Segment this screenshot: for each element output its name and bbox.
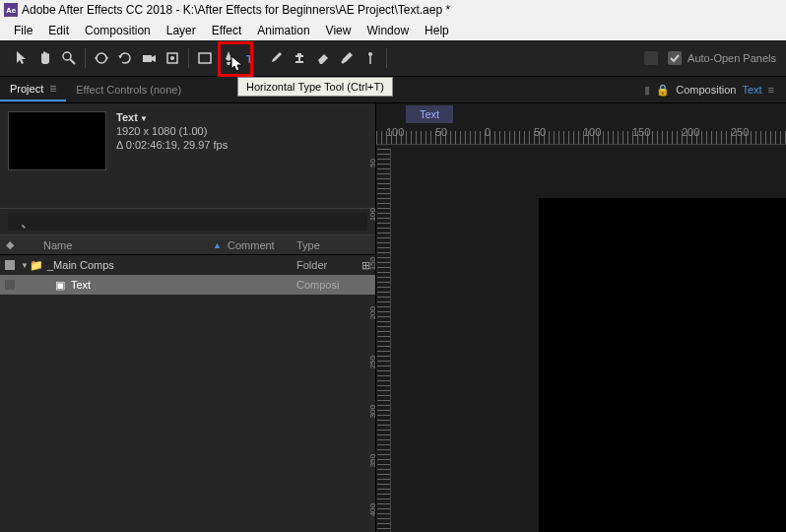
ruler-tick: 100	[583, 126, 601, 138]
composition-label: Composition	[676, 84, 736, 96]
item-name: _Main Comps	[47, 259, 228, 271]
twisty-icon[interactable]: ▼	[20, 261, 30, 270]
composition-canvas[interactable]	[539, 198, 786, 532]
project-panel: Text 1920 x 1080 (1.00) Δ 0:02:46:19, 29…	[0, 103, 376, 532]
vertical-ruler: 50100150200250300350400	[376, 149, 391, 532]
project-tab-label: Project	[10, 83, 43, 95]
comp-info: Text 1920 x 1080 (1.00) Δ 0:02:46:19, 29…	[0, 103, 375, 178]
ruler-tick: 350	[368, 454, 377, 467]
panel-menu-icon[interactable]: ≡	[49, 82, 56, 96]
ruler-tick: 200	[682, 126, 699, 138]
svg-point-9	[368, 52, 372, 56]
search-row	[0, 208, 375, 235]
comp-thumbnail[interactable]	[8, 111, 106, 170]
cursor-icon	[230, 55, 244, 75]
ruler-tick: 200	[368, 306, 377, 319]
ruler-tick: 100	[386, 126, 404, 138]
item-name: Text	[71, 279, 228, 291]
menu-composition[interactable]: Composition	[77, 24, 159, 37]
svg-rect-3	[143, 55, 152, 62]
hand-tool[interactable]	[34, 47, 56, 69]
rotation-tool[interactable]	[114, 47, 136, 69]
viewer-tab[interactable]: Text	[406, 105, 453, 123]
ruler-tick: 100	[368, 208, 377, 221]
horizontal-ruler: 10050050100150200250	[376, 127, 786, 145]
orbit-tool[interactable]	[91, 47, 112, 69]
comp-duration: Δ 0:02:46:19, 29.97 fps	[116, 139, 228, 151]
ruler-tick: 250	[368, 356, 377, 368]
selection-tool[interactable]	[11, 47, 33, 69]
ruler-tick: 50	[368, 159, 377, 167]
label-column-icon[interactable]: ◆	[0, 238, 20, 251]
type-column-header[interactable]: Type	[296, 239, 356, 251]
comp-icon: ▣	[53, 279, 67, 292]
comment-column-header[interactable]: Comment	[228, 239, 296, 251]
menu-view[interactable]: View	[318, 24, 360, 37]
svg-point-0	[63, 52, 71, 60]
project-columns-header: ◆ Name ▲ Comment Type	[0, 235, 375, 255]
composition-link[interactable]: Text	[742, 84, 761, 96]
search-input[interactable]	[8, 213, 367, 231]
svg-line-1	[70, 59, 75, 64]
comp-name[interactable]: Text	[116, 111, 228, 123]
camera-tool[interactable]	[138, 47, 160, 69]
ruler-tick: 50	[534, 126, 546, 138]
ruler-tick: 0	[485, 126, 491, 138]
brush-tool[interactable]	[265, 47, 287, 69]
item-type: Composi	[296, 279, 356, 291]
eraser-tool[interactable]	[312, 47, 334, 69]
svg-point-5	[170, 56, 174, 60]
panel-tabs-row: Project ≡ Effect Controls (none) ▮ 🔒 Com…	[0, 77, 786, 103]
titlebar: Ae Adobe After Effects CC 2018 - K:\Afte…	[0, 0, 786, 20]
name-column-header[interactable]: Name ▲	[39, 239, 228, 251]
toolbar: T Auto-Open Panels	[0, 40, 786, 77]
comp-dimensions: 1920 x 1080 (1.00)	[116, 125, 228, 137]
auto-open-label: Auto-Open Panels	[688, 52, 776, 64]
search-icon	[8, 213, 367, 231]
titlebar-text: Adobe After Effects CC 2018 - K:\After E…	[22, 3, 450, 17]
item-type: Folder	[296, 259, 356, 271]
folder-icon: 📁	[30, 259, 43, 272]
menu-edit[interactable]: Edit	[40, 24, 77, 37]
menubar: File Edit Composition Layer Effect Anima…	[0, 20, 786, 40]
canvas-area[interactable]	[391, 149, 786, 532]
ruler-tick: 250	[731, 126, 749, 138]
pan-behind-tool[interactable]	[162, 47, 183, 69]
menu-file[interactable]: File	[6, 24, 40, 37]
divider-icon: ▮	[644, 84, 650, 97]
project-item-folder[interactable]: ▼ 📁 _Main Comps Folder ⊞	[0, 255, 375, 275]
composition-viewer: Text 10050050100150200250 50100150200250…	[376, 103, 786, 532]
tooltip: Horizontal Type Tool (Ctrl+T)	[237, 77, 393, 97]
effect-controls-tab[interactable]: Effect Controls (none)	[66, 80, 191, 100]
name-column-label: Name	[43, 239, 72, 251]
zoom-tool[interactable]	[58, 47, 80, 69]
puppet-pin-tool[interactable]	[360, 47, 381, 69]
svg-point-2	[97, 53, 106, 63]
sort-arrow-icon: ▲	[213, 240, 222, 250]
comp-panel-menu-icon[interactable]: ≡	[768, 84, 774, 96]
rectangle-tool[interactable]	[194, 47, 216, 69]
main-area: Text 1920 x 1080 (1.00) Δ 0:02:46:19, 29…	[0, 103, 786, 532]
panel-options-icon[interactable]	[644, 51, 658, 65]
ruler-tick: 150	[632, 126, 650, 138]
ruler-tick: 50	[435, 126, 447, 138]
ruler-tick: 400	[368, 503, 377, 516]
app-icon: Ae	[4, 3, 18, 17]
menu-animation[interactable]: Animation	[249, 24, 317, 37]
menu-window[interactable]: Window	[359, 24, 417, 37]
menu-help[interactable]: Help	[417, 24, 457, 37]
label-swatch[interactable]	[5, 280, 15, 290]
ruler-tick: 150	[368, 257, 377, 270]
svg-rect-6	[199, 53, 211, 63]
menu-effect[interactable]: Effect	[204, 24, 249, 37]
menu-layer[interactable]: Layer	[159, 24, 204, 37]
lock-icon[interactable]: 🔒	[656, 84, 670, 97]
project-item-comp[interactable]: ▣ Text Composi	[0, 275, 375, 295]
auto-open-checkbox[interactable]	[668, 51, 682, 65]
project-panel-tab[interactable]: Project ≡	[0, 78, 66, 101]
label-swatch[interactable]	[5, 260, 15, 270]
roto-brush-tool[interactable]	[336, 47, 358, 69]
clone-stamp-tool[interactable]	[289, 47, 310, 69]
ruler-tick: 300	[368, 405, 377, 418]
svg-point-8	[342, 61, 345, 64]
